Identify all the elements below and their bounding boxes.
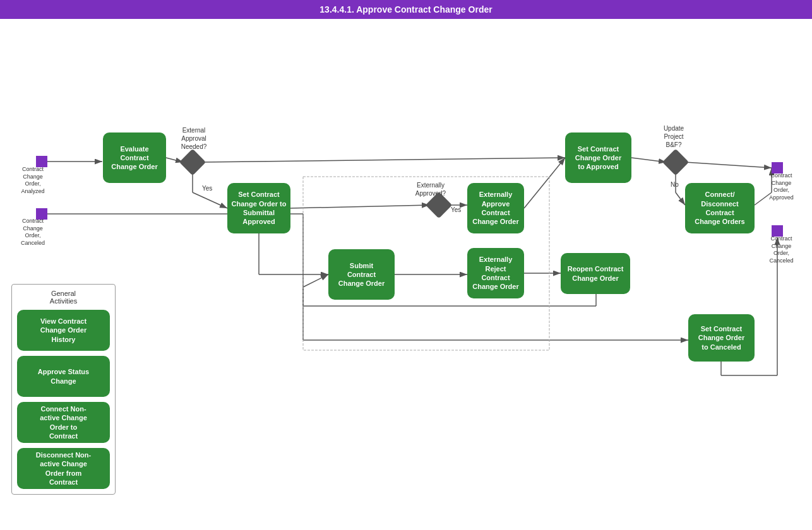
svg-line-24 [685,162,772,168]
diagram-area: ContractChangeOrder,Analyzed ContractCha… [0,22,812,530]
set-canceled-activity[interactable]: Set ContractChange Orderto Canceled [688,314,755,362]
svg-line-21 [631,158,666,162]
submit-activity[interactable]: SubmitContractChange Order [328,249,395,300]
ext-approve-activity[interactable]: ExternallyApproveContractChange Order [467,183,524,233]
connect-nonactive-activity[interactable]: Connect Non-active ChangeOrder toContrac… [17,402,110,443]
connect-disconnect-activity[interactable]: Connect/DisconnectContractChange Orders [685,183,755,233]
svg-line-8 [193,192,227,208]
svg-line-23 [676,192,685,205]
update-project-diamond [662,149,689,175]
general-activities-panel: GeneralActivities View ContractChange Or… [11,284,116,495]
set-submittal-activity[interactable]: Set ContractChange Order toSubmittalAppr… [227,183,290,233]
ext-approval-needed-label: ExternalApprovalNeeded? [172,126,216,151]
no-label: No [671,181,679,188]
approve-status-change-activity[interactable]: Approve StatusChange [17,356,110,397]
evaluate-activity[interactable]: Evaluate Contract Change Order [103,132,166,183]
svg-line-15 [524,158,565,208]
update-project-label: UpdateProjectB&F? [655,124,693,149]
header-title: 13.4.4.1. Approve Contract Change Order [319,4,492,15]
ext-reject-activity[interactable]: ExternallyReject ContractChange Order [467,248,524,298]
cco-analyzed-label: ContractChangeOrder,Analyzed [14,166,52,196]
ext-approved-label: ExternallyApproved? [409,181,453,197]
disconnect-nonactive-activity[interactable]: Disconnect Non-active ChangeOrder fromCo… [17,448,110,489]
svg-line-12 [290,205,429,208]
cco-approved-out-label: ContractChangeOrder,Approved [761,172,802,202]
view-history-activity[interactable]: View ContractChange OrderHistory [17,310,110,351]
cco-canceled-out-label: ContractChangeOrder,Canceled [761,235,802,265]
svg-line-9 [202,158,565,162]
ext-approval-needed-diamond [179,149,206,175]
cco-canceled-in-label: ContractChangeOrder,Canceled [14,218,52,247]
svg-line-20 [303,274,328,287]
reopen-activity[interactable]: Reopen ContractChange Order [561,253,630,294]
yes-label-1: Yes [202,185,212,192]
page-header: 13.4.4.1. Approve Contract Change Order [0,0,812,19]
flow-arrows [0,22,812,530]
set-approved-activity[interactable]: Set ContractChange Orderto Approved [565,132,631,183]
general-activities-title: GeneralActivities [17,290,110,305]
yes-label-2: Yes [451,206,461,213]
